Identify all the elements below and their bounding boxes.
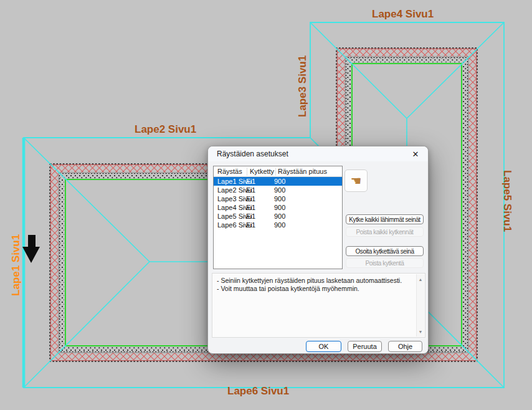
cell-eave: Lape6 Sivu1 [214,221,246,229]
help-button[interactable]: Ohje [388,341,422,352]
point-wall-to-connect-button[interactable]: Osoita kytkettävä seinä [346,246,424,256]
cell-length: 900 [274,195,342,203]
label-lape5-sivu1: Lape5 Sivu1 [502,170,513,242]
eaves-settings-dialog: Räystäiden asetukset ✕ Räystäs Kytketty … [207,146,429,354]
info-line: - Voit muuttaa tai poistaa kytkentöjä my… [217,285,412,293]
cell-eave: Lape4 Sivu1 [214,204,246,211]
table-row[interactable]: Lape1 Sivu1 Ei 900 [214,177,342,186]
info-scrollbar[interactable]: ▲ ▼ [416,274,424,336]
column-header-eave: Räystäs [217,168,242,175]
cell-length: 900 [274,178,342,185]
column-header-length: Räystään pituus [278,168,327,175]
cancel-button[interactable]: Peruuta [348,341,382,352]
connect-all-nearest-walls-button[interactable]: Kytke kaikki lähimmät seinät [346,214,424,224]
info-line: - Seiniin kytkettyjen räystäiden pituus … [217,277,412,285]
cell-length: 900 [274,212,342,220]
label-lape1-sivu1: Lape1 Sivu1 [11,227,21,296]
scroll-up-icon[interactable]: ▲ [417,275,424,283]
cell-connected: Ei [246,204,274,211]
cell-length: 900 [274,204,342,211]
table-header: Räystäs Kytketty Räystään pituus [214,166,342,177]
dialog-title-bar[interactable]: Räystäiden asetukset ✕ [208,146,428,161]
table-row[interactable]: Lape2 Sivu1 Ei 900 [214,186,342,194]
scroll-down-icon[interactable]: ▼ [417,328,424,335]
header-separator [247,168,247,176]
cell-length: 900 [274,221,342,229]
column-header-connected: Kytketty [250,168,274,175]
remove-connection-button[interactable]: Poista kytkentä [346,258,424,268]
pointing-hand-icon: ☚ [351,174,362,187]
cell-connected: Ei [246,186,274,194]
info-text-area: - Seiniin kytkettyjen räystäiden pituus … [212,273,425,338]
cell-length: 900 [274,186,342,194]
dialog-title: Räystäiden asetukset [217,150,288,158]
cell-connected: Ei [246,195,274,203]
cell-connected: Ei [246,221,274,229]
header-separator [275,168,276,176]
table-row[interactable]: Lape5 Sivu1 Ei 900 [214,212,342,221]
cell-eave: Lape2 Sivu1 [214,186,246,194]
label-lape2-sivu1: Lape2 Sivu1 [135,124,196,135]
remove-all-connections-button[interactable]: Poista kaikki kytkennät [346,227,424,237]
close-icon[interactable]: ✕ [409,149,422,160]
table-row[interactable]: Lape4 Sivu1 Ei 900 [214,203,342,212]
label-lape4-sivu1: Lape4 Sivu1 [372,9,434,19]
table-row[interactable]: Lape6 Sivu1 Ei 900 [214,221,342,229]
ok-button[interactable]: OK [306,341,341,352]
cell-connected: Ei [246,212,274,220]
cell-connected: Ei [246,178,274,185]
cell-eave: Lape3 Sivu1 [214,195,246,203]
eaves-table[interactable]: Räystäs Kytketty Räystään pituus Lape1 S… [213,166,343,269]
table-row[interactable]: Lape3 Sivu1 Ei 900 [214,194,342,203]
label-lape3-sivu1: Lape3 Sivu1 [297,44,308,117]
cell-eave: Lape1 Sivu1 [214,178,246,185]
cell-eave: Lape5 Sivu1 [214,212,246,220]
pick-wall-button[interactable]: ☚ [344,169,368,192]
label-lape6-sivu1: Lape6 Sivu1 [227,386,289,396]
